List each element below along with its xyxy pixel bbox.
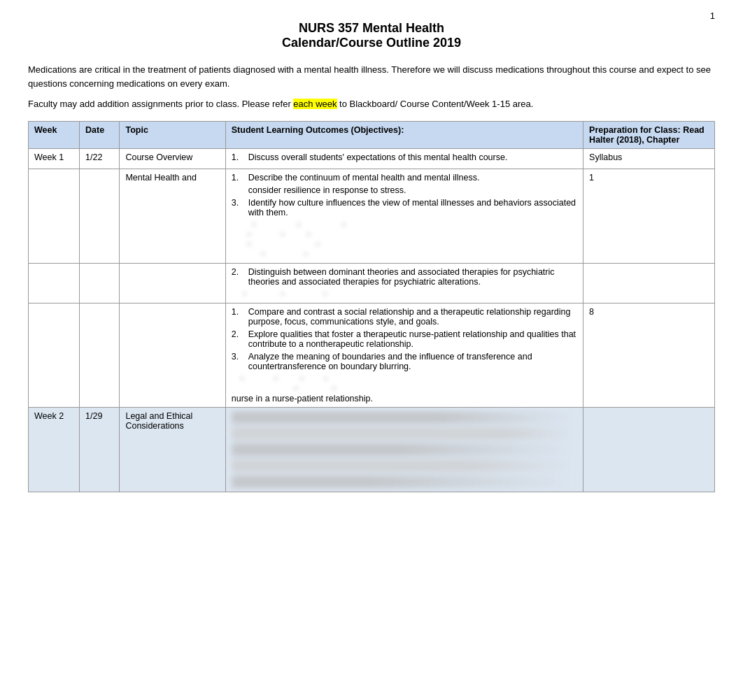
cell-prep: Syllabus [583,148,715,169]
slo-text: Describe the continuum of mental health … [248,173,480,183]
slo-item: consider resilience in response to stres… [232,185,577,195]
each-week-highlight: each week [293,99,337,109]
cell-topic [120,303,225,407]
cell-topic [120,263,225,303]
title-line1: NURS 357 Mental Health [28,21,715,36]
cell-week [29,169,80,263]
table-header-row: Week Date Topic Student Learning Outcome… [29,121,715,148]
cell-slo [225,407,583,492]
blurred-content: • • • • • • [232,374,577,394]
cell-prep: 8 [583,303,715,407]
header-topic: Topic [120,121,225,148]
page-number: 1 [710,10,715,21]
cell-week [29,263,80,303]
cell-prep [583,263,715,303]
slo-item: 3. Analyze the meaning of boundaries and… [232,352,577,371]
slo-item: 2. Distinguish between dominant theories… [232,267,577,287]
cell-slo: 1. Describe the continuum of mental heal… [225,169,583,263]
slo-text: consider resilience in response to stres… [248,185,406,195]
slo-num: 1. [232,173,244,183]
cell-week: Week 2 [29,407,80,492]
cell-topic: Mental Health and [120,169,225,263]
course-table: Week Date Topic Student Learning Outcome… [28,121,715,492]
refer-text-before: Faculty may add addition assignments pri… [28,99,293,109]
table-row: Week 2 1/29 Legal and Ethical Considerat… [29,407,715,492]
cell-date: 1/29 [80,407,120,492]
cell-slo: 1. Compare and contrast a social relatio… [225,303,583,407]
slo-num [232,185,244,195]
cell-date: 1/22 [80,148,120,169]
slo-text: Compare and contrast a social relationsh… [248,307,577,327]
title-section: NURS 357 Mental Health Calendar/Course O… [28,21,715,50]
slo-text: Explore qualities that foster a therapeu… [248,329,577,349]
slo-item: 2. Explore qualities that foster a thera… [232,329,577,349]
slo-item: 1. Compare and contrast a social relatio… [232,307,577,327]
cell-topic: Legal and Ethical Considerations [120,407,225,492]
header-week: Week [29,121,80,148]
slo-num: 1. [232,307,244,327]
slo-item: 1. Describe the continuum of mental heal… [232,173,577,183]
intro-paragraph: Medications are critical in the treatmen… [28,63,715,90]
slo-nurse-text: nurse in a nurse-patient relationship. [232,394,577,403]
cell-date [80,303,120,407]
slo-text: Analyze the meaning of boundaries and th… [248,352,577,371]
table-row: Mental Health and 1. Describe the contin… [29,169,715,263]
blurred-content: • • • • • • • • • • [232,220,577,259]
cell-prep: 1 [583,169,715,263]
slo-num: 3. [232,198,244,217]
cell-date [80,263,120,303]
slo-text: Distinguish between dominant theories an… [248,267,577,287]
slo-num: 1. [232,152,244,162]
blurred-content: • • • [232,290,577,299]
cell-prep [583,407,715,492]
cell-week [29,303,80,407]
cell-date [80,169,120,263]
table-row: 1. Compare and contrast a social relatio… [29,303,715,407]
slo-item: 1. Discuss overall students' expectation… [232,152,577,162]
table-row: 2. Distinguish between dominant theories… [29,263,715,303]
slo-text: Discuss overall students' expectations o… [248,152,508,162]
cell-topic: Course Overview [120,148,225,169]
refer-text-after: to Blackboard/ Course Content/Week 1-15 … [337,99,534,109]
slo-num: 2. [232,329,244,349]
cell-slo: 1. Discuss overall students' expectation… [225,148,583,169]
header-date: Date [80,121,120,148]
header-slo: Student Learning Outcomes (Objectives): [225,121,583,148]
slo-item: 3. Identify how culture influences the v… [232,198,577,217]
header-prep: Preparation for Class: Read Halter (2018… [583,121,715,148]
title-line2: Calendar/Course Outline 2019 [28,36,715,50]
cell-week: Week 1 [29,148,80,169]
slo-text: Identify how culture influences the view… [248,198,577,217]
cell-slo: 2. Distinguish between dominant theories… [225,263,583,303]
blurred-content [232,411,577,488]
slo-num: 3. [232,352,244,371]
table-row: Week 1 1/22 Course Overview 1. Discuss o… [29,148,715,169]
refer-paragraph: Faculty may add addition assignments pri… [28,97,715,111]
slo-num: 2. [232,267,244,287]
